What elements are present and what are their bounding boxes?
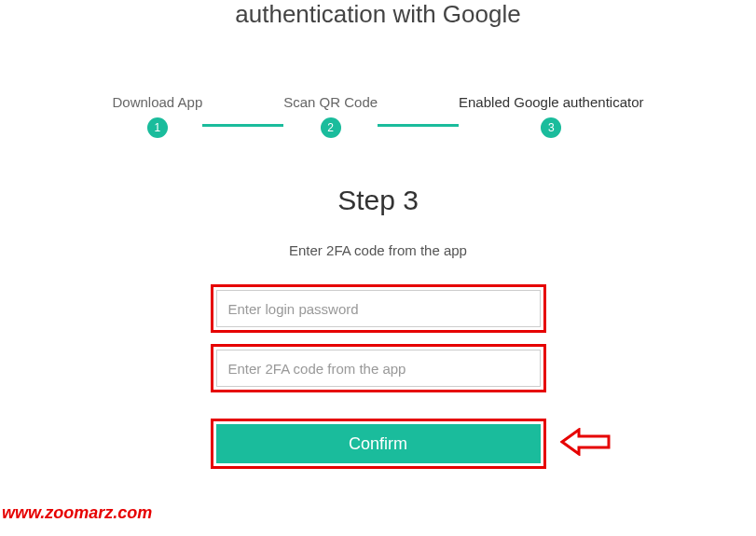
step-3: Enabled Google authenticator 3 — [459, 94, 643, 138]
progress-stepper: Download App 1 Scan QR Code 2 Enabled Go… — [113, 94, 644, 138]
step-3-label: Enabled Google authenticator — [459, 94, 643, 110]
login-password-input[interactable] — [216, 290, 541, 327]
arrow-left-icon — [560, 428, 611, 460]
step-heading: Step 3 — [211, 185, 546, 216]
code-input-highlight — [211, 344, 546, 392]
watermark: www.zoomarz.com — [2, 503, 152, 523]
password-input-highlight — [211, 284, 546, 333]
step-1: Download App 1 — [113, 94, 203, 138]
step-3-circle: 3 — [541, 117, 561, 138]
two-fa-code-input[interactable] — [216, 350, 541, 387]
confirm-button-highlight: Confirm — [211, 419, 546, 469]
confirm-button[interactable]: Confirm — [216, 424, 541, 463]
step-1-circle: 1 — [147, 117, 168, 138]
main-content: Step 3 Enter 2FA code from the app Confi… — [211, 185, 546, 469]
stepper-line-1 — [202, 124, 283, 127]
step-2-circle: 2 — [321, 117, 341, 138]
step-2: Scan QR Code 2 — [283, 94, 378, 138]
page-title: authentication with Google — [0, 0, 756, 29]
stepper-line-2 — [378, 124, 459, 127]
step-instruction: Enter 2FA code from the app — [211, 242, 546, 258]
step-1-label: Download App — [113, 94, 203, 110]
step-2-label: Scan QR Code — [283, 94, 378, 110]
